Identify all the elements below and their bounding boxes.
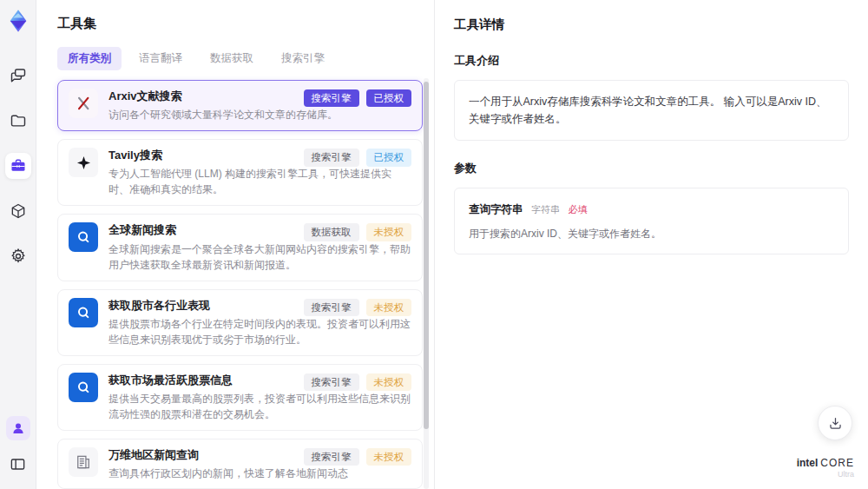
params-heading: 参数 [454,161,849,176]
ultra-wordmark: Ultra [797,470,854,479]
category-badge: 搜索引擎 [304,448,359,466]
panel-toggle-icon [10,456,26,472]
collapse-sidebar-button[interactable] [5,451,31,477]
detail-title: 工具详情 [454,17,849,33]
tab-language-translation[interactable]: 语言翻译 [128,47,193,70]
auth-status-badge: 未授权 [366,373,412,391]
sidebar-item-settings[interactable] [5,243,31,269]
core-wordmark: CORE [820,457,854,469]
auth-status-badge: 未授权 [366,223,412,241]
sidebar [0,0,36,489]
intro-heading: 工具介绍 [454,53,849,69]
category-badge: 搜索引擎 [304,373,359,391]
news-search-icon [69,373,98,402]
auth-status-badge: 未授权 [366,299,412,316]
tool-intro-box: 一个用于从Arxiv存储库搜索科学论文和文章的工具。 输入可以是Arxiv ID… [454,80,849,141]
category-tabs: 所有类别 语言翻译 数据获取 搜索引擎 [57,47,422,70]
auth-status-badge: 未授权 [366,448,412,466]
tool-card-tavily[interactable]: Tavily搜索 专为人工智能代理 (LLM) 构建的搜索引擎工具，可快速提供实… [57,139,423,206]
sidebar-bottom [5,416,31,477]
sidebar-item-tools[interactable] [5,153,31,179]
auth-status-badge: 已授权 [366,89,412,107]
parameter-description: 用于搜索的Arxiv ID、关键字或作者姓名。 [469,226,834,241]
tool-description: 查询具体行政区划内的新闻，快速了解各地新闻动态 [108,466,411,481]
toolbox-icon [10,157,27,175]
parameter-type: 字符串 [531,204,560,215]
category-badge: 数据获取 [304,223,359,241]
chat-icon [10,67,27,84]
category-badge: 搜索引擎 [304,299,359,316]
sidebar-item-files[interactable] [5,108,31,134]
tab-data-acquisition[interactable]: 数据获取 [200,47,264,70]
arxiv-logo-icon [69,89,98,118]
tool-intro-text: 一个用于从Arxiv存储库搜索科学论文和文章的工具。 输入可以是Arxiv ID… [469,96,827,125]
tool-card-sector-performance[interactable]: 获取股市各行业表现 提供股票市场各个行业在特定时间段内的表现。投资者可以利用这些… [57,289,423,356]
tool-description: 提供当天交易量最高的股票列表，投资者可以利用这些信息来识别流动性强的股票和潜在的… [108,391,411,422]
main-content: 工具集 所有类别 语言翻译 数据获取 搜索引擎 A [36,0,868,489]
tool-card-arxiv[interactable]: Arxiv文献搜索 访问各个研究领域大量科学论文和文章的存储库。 搜索引擎 已授… [57,80,423,131]
folder-icon [10,112,27,129]
list-scrollbar[interactable] [424,78,429,489]
parameter-required-flag: 必填 [568,204,587,215]
tool-card-active-stocks[interactable]: 获取市场最活跃股票信息 提供当天交易量最高的股票列表，投资者可以利用这些信息来识… [57,364,423,431]
sidebar-item-chat[interactable] [5,63,31,89]
tool-description: 全球新闻搜索是一个聚合全球各大新闻网站内容的搜索引擎，帮助用户快速获取全球最新资… [108,241,411,273]
cube-icon [10,202,27,220]
newspaper-icon [69,447,98,477]
tool-description: 专为人工智能代理 (LLM) 构建的搜索引擎工具，可快速提供实时、准确和真实的结… [108,166,411,197]
tool-card-list: Arxiv文献搜索 访问各个研究领域大量科学论文和文章的存储库。 搜索引擎 已授… [57,80,423,489]
gear-icon [10,248,27,265]
sidebar-nav [5,63,31,269]
category-badge: 搜索引擎 [304,89,359,107]
intel-wordmark: intel [797,457,819,469]
person-icon [10,420,26,436]
download-icon [827,415,844,432]
news-search-icon [69,298,98,327]
tab-search-engine[interactable]: 搜索引擎 [271,47,335,70]
sidebar-item-models[interactable] [5,198,31,224]
sparkle-star-icon [69,148,98,177]
news-search-icon [69,222,98,252]
tool-description: 提供股票市场各个行业在特定时间段内的表现。投资者可以利用这些信息来识别表现优于或… [108,316,411,347]
category-badge: 搜索引擎 [304,149,359,166]
parameter-header: 查询字符串 字符串 必填 [469,201,834,218]
tool-detail-pane: 工具详情 工具介绍 一个用于从Arxiv存储库搜索科学论文和文章的工具。 输入可… [434,0,868,489]
user-avatar[interactable] [6,416,30,440]
parameter-box: 查询字符串 字符串 必填 用于搜索的Arxiv ID、关键字或作者姓名。 [454,188,849,254]
tool-card-global-news[interactable]: 全球新闻搜索 全球新闻搜索是一个聚合全球各大新闻网站内容的搜索引擎，帮助用户快速… [57,214,423,281]
auth-status-badge: 已授权 [366,149,412,166]
download-button[interactable] [818,406,852,440]
page-title: 工具集 [57,16,422,32]
scrollbar-thumb[interactable] [424,82,429,429]
tab-all-categories[interactable]: 所有类别 [57,47,122,70]
tool-card-regional-news[interactable]: 万维地区新闻查询 查询具体行政区划内的新闻，快速了解各地新闻动态 搜索引擎 未授… [57,439,423,489]
tool-description: 访问各个研究领域大量科学论文和文章的存储库。 [108,107,411,122]
parameter-name: 查询字符串 [469,203,523,215]
app-logo-icon [6,9,30,33]
app-window: 工具集 所有类别 语言翻译 数据获取 搜索引擎 A [0,0,868,489]
tool-list-pane: 工具集 所有类别 语言翻译 数据获取 搜索引擎 A [36,0,434,489]
intel-core-logo: intelCORE Ultra [797,457,854,479]
